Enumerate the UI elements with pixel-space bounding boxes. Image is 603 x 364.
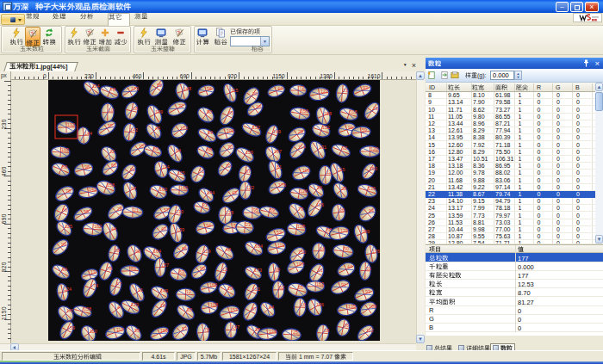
svg-text:94: 94	[176, 148, 181, 153]
svg-text:69: 69	[153, 146, 159, 151]
svg-text:150: 150	[370, 166, 377, 171]
svg-text:158: 158	[107, 182, 115, 188]
svg-text:132: 132	[180, 126, 188, 131]
svg-text:70: 70	[227, 145, 233, 150]
svg-text:141: 141	[89, 187, 96, 192]
svg-text:144: 144	[84, 131, 92, 136]
svg-text:48: 48	[226, 247, 231, 252]
svg-text:70: 70	[226, 163, 231, 169]
svg-text:150: 150	[298, 250, 306, 255]
svg-text:174: 174	[90, 283, 98, 288]
svg-text:130: 130	[176, 209, 183, 214]
svg-text:98: 98	[84, 164, 90, 170]
svg-text:157: 157	[161, 262, 169, 268]
svg-text:91: 91	[138, 287, 143, 293]
svg-text:158: 158	[84, 306, 91, 312]
svg-text:55: 55	[108, 123, 113, 128]
svg-text:63: 63	[179, 269, 184, 275]
svg-text:173: 173	[131, 86, 139, 91]
svg-text:114: 114	[92, 83, 100, 89]
svg-text:152: 152	[252, 125, 260, 130]
svg-text:91: 91	[318, 268, 323, 273]
svg-text:63: 63	[111, 163, 116, 168]
svg-text:126: 126	[300, 188, 308, 194]
svg-text:94: 94	[369, 208, 374, 213]
svg-text:159: 159	[362, 229, 370, 234]
svg-text:78: 78	[107, 266, 112, 271]
svg-text:32: 32	[178, 103, 183, 108]
svg-text:124: 124	[269, 329, 277, 334]
svg-text:169: 169	[61, 147, 69, 152]
svg-text:120: 120	[370, 146, 378, 151]
svg-text:115: 115	[177, 170, 185, 176]
svg-text:135: 135	[348, 304, 356, 309]
svg-text:47: 47	[116, 281, 121, 287]
svg-text:13: 13	[90, 269, 96, 275]
svg-text:140: 140	[180, 185, 188, 190]
svg-text:28: 28	[324, 328, 329, 333]
svg-text:176: 176	[278, 182, 286, 188]
svg-text:112: 112	[366, 328, 374, 333]
svg-text:99: 99	[61, 242, 66, 247]
svg-text:157: 157	[230, 307, 238, 312]
svg-text:56: 56	[207, 86, 212, 91]
svg-text:159: 159	[67, 325, 75, 330]
svg-text:30: 30	[252, 91, 258, 96]
svg-text:114: 114	[298, 145, 306, 150]
svg-text:99: 99	[200, 266, 205, 271]
svg-text:165: 165	[160, 328, 168, 333]
svg-text:81: 81	[277, 164, 282, 170]
svg-text:122: 122	[320, 89, 328, 94]
svg-text:59: 59	[362, 127, 367, 133]
svg-text:118: 118	[350, 109, 357, 114]
svg-text:147: 147	[232, 324, 239, 330]
svg-text:34: 34	[320, 246, 325, 251]
svg-text:156: 156	[301, 108, 308, 114]
svg-text:38: 38	[115, 248, 120, 253]
svg-text:101: 101	[227, 128, 234, 133]
svg-text:76: 76	[204, 327, 209, 332]
svg-text:28: 28	[117, 207, 122, 212]
svg-text:128: 128	[226, 210, 233, 215]
svg-text:114: 114	[162, 164, 170, 170]
svg-text:115: 115	[338, 167, 345, 172]
svg-text:110: 110	[90, 329, 97, 334]
svg-text:36: 36	[317, 185, 322, 190]
svg-text:12: 12	[186, 289, 191, 294]
svg-text:148: 148	[183, 86, 191, 91]
svg-text:93: 93	[365, 289, 370, 294]
svg-text:94: 94	[206, 223, 211, 228]
svg-text:23: 23	[246, 222, 251, 227]
svg-text:21: 21	[343, 88, 348, 93]
svg-text:88: 88	[207, 147, 212, 152]
svg-text:131: 131	[319, 145, 326, 150]
svg-text:164: 164	[255, 244, 263, 249]
svg-text:36: 36	[339, 207, 345, 213]
svg-text:10: 10	[109, 108, 114, 113]
svg-text:25: 25	[341, 186, 346, 191]
svg-text:18: 18	[160, 303, 165, 308]
svg-text:121: 121	[252, 287, 260, 292]
svg-text:29: 29	[227, 286, 233, 291]
svg-text:124: 124	[64, 287, 71, 292]
svg-text:152: 152	[322, 125, 330, 130]
svg-text:129: 129	[131, 302, 139, 307]
svg-text:115: 115	[231, 88, 239, 93]
svg-text:111: 111	[277, 243, 284, 248]
svg-text:25: 25	[293, 330, 298, 335]
svg-text:87: 87	[252, 306, 257, 312]
svg-text:90: 90	[135, 249, 140, 254]
svg-text:91: 91	[130, 167, 135, 172]
svg-text:163: 163	[316, 281, 324, 287]
svg-text:43: 43	[161, 226, 166, 231]
svg-text:57: 57	[164, 207, 169, 213]
svg-text:122: 122	[246, 185, 254, 190]
svg-text:59: 59	[208, 130, 213, 135]
svg-text:97: 97	[131, 186, 136, 191]
svg-text:91: 91	[348, 125, 353, 130]
svg-text:90: 90	[207, 109, 212, 114]
svg-text:22: 22	[109, 149, 115, 154]
svg-text:139: 139	[177, 227, 184, 232]
svg-text:51: 51	[199, 169, 204, 174]
svg-text:176: 176	[372, 249, 380, 254]
